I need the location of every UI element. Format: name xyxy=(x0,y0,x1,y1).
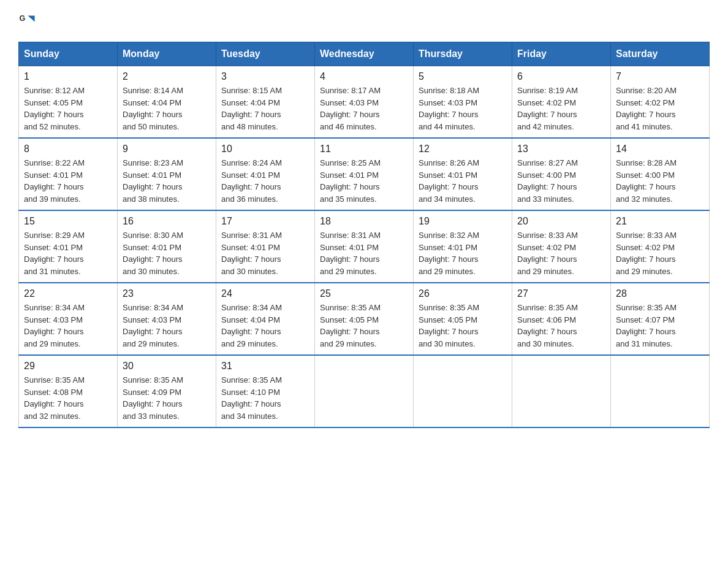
day-info: Sunrise: 8:33 AMSunset: 4:02 PMDaylight:… xyxy=(616,229,704,277)
day-info: Sunrise: 8:35 AMSunset: 4:05 PMDaylight:… xyxy=(320,302,408,350)
day-info: Sunrise: 8:26 AMSunset: 4:01 PMDaylight:… xyxy=(419,157,507,205)
day-number: 22 xyxy=(24,288,112,299)
calendar-cell: 11Sunrise: 8:25 AMSunset: 4:01 PMDayligh… xyxy=(315,138,414,210)
day-info: Sunrise: 8:25 AMSunset: 4:01 PMDaylight:… xyxy=(320,157,408,205)
calendar-cell: 4Sunrise: 8:17 AMSunset: 4:03 PMDaylight… xyxy=(315,66,414,139)
calendar-cell: 10Sunrise: 8:24 AMSunset: 4:01 PMDayligh… xyxy=(216,138,315,210)
day-info: Sunrise: 8:29 AMSunset: 4:01 PMDaylight:… xyxy=(24,229,112,277)
day-number: 19 xyxy=(419,216,507,227)
header-cell-monday: Monday xyxy=(118,42,216,66)
calendar-cell: 2Sunrise: 8:14 AMSunset: 4:04 PMDaylight… xyxy=(118,66,216,139)
calendar-cell: 26Sunrise: 8:35 AMSunset: 4:05 PMDayligh… xyxy=(414,283,512,355)
calendar-cell: 12Sunrise: 8:26 AMSunset: 4:01 PMDayligh… xyxy=(414,138,512,210)
day-number: 9 xyxy=(123,144,211,155)
calendar-cell: 19Sunrise: 8:32 AMSunset: 4:01 PMDayligh… xyxy=(414,210,512,283)
calendar-cell xyxy=(414,355,512,427)
calendar-cell: 22Sunrise: 8:34 AMSunset: 4:03 PMDayligh… xyxy=(19,283,118,355)
header-row: SundayMondayTuesdayWednesdayThursdayFrid… xyxy=(19,42,710,66)
calendar-cell: 31Sunrise: 8:35 AMSunset: 4:10 PMDayligh… xyxy=(216,355,315,427)
day-number: 20 xyxy=(517,216,605,227)
day-number: 4 xyxy=(320,71,408,82)
calendar-cell: 25Sunrise: 8:35 AMSunset: 4:05 PMDayligh… xyxy=(315,283,414,355)
day-info: Sunrise: 8:28 AMSunset: 4:00 PMDaylight:… xyxy=(616,157,704,205)
day-number: 25 xyxy=(320,288,408,299)
calendar-cell: 15Sunrise: 8:29 AMSunset: 4:01 PMDayligh… xyxy=(19,210,118,283)
day-number: 26 xyxy=(419,288,507,299)
day-number: 1 xyxy=(24,71,112,82)
calendar-cell xyxy=(315,355,414,427)
calendar-cell: 30Sunrise: 8:35 AMSunset: 4:09 PMDayligh… xyxy=(118,355,216,427)
day-number: 2 xyxy=(123,71,211,82)
calendar-week-1: 1Sunrise: 8:12 AMSunset: 4:05 PMDaylight… xyxy=(19,66,710,139)
calendar-cell: 3Sunrise: 8:15 AMSunset: 4:04 PMDaylight… xyxy=(216,66,315,139)
calendar-table: SundayMondayTuesdayWednesdayThursdayFrid… xyxy=(18,42,710,428)
logo: G xyxy=(18,12,38,29)
day-number: 13 xyxy=(517,144,605,155)
day-number: 3 xyxy=(221,71,309,82)
day-info: Sunrise: 8:18 AMSunset: 4:03 PMDaylight:… xyxy=(419,85,507,132)
day-info: Sunrise: 8:30 AMSunset: 4:01 PMDaylight:… xyxy=(123,229,211,277)
calendar-cell: 29Sunrise: 8:35 AMSunset: 4:08 PMDayligh… xyxy=(19,355,118,427)
day-number: 21 xyxy=(616,216,704,227)
day-info: Sunrise: 8:35 AMSunset: 4:06 PMDaylight:… xyxy=(517,302,605,350)
day-number: 12 xyxy=(419,144,507,155)
day-info: Sunrise: 8:31 AMSunset: 4:01 PMDaylight:… xyxy=(320,229,408,277)
header-cell-saturday: Saturday xyxy=(611,42,710,66)
calendar-header: SundayMondayTuesdayWednesdayThursdayFrid… xyxy=(19,42,710,66)
calendar-week-4: 22Sunrise: 8:34 AMSunset: 4:03 PMDayligh… xyxy=(19,283,710,355)
day-number: 27 xyxy=(517,288,605,299)
calendar-cell: 9Sunrise: 8:23 AMSunset: 4:01 PMDaylight… xyxy=(118,138,216,210)
header-cell-sunday: Sunday xyxy=(19,42,118,66)
calendar-cell: 27Sunrise: 8:35 AMSunset: 4:06 PMDayligh… xyxy=(512,283,611,355)
calendar-cell xyxy=(512,355,611,427)
day-number: 6 xyxy=(517,71,605,82)
logo-icon: G xyxy=(18,12,36,29)
day-number: 24 xyxy=(221,288,309,299)
day-info: Sunrise: 8:34 AMSunset: 4:04 PMDaylight:… xyxy=(221,302,309,350)
calendar-cell: 8Sunrise: 8:22 AMSunset: 4:01 PMDaylight… xyxy=(19,138,118,210)
day-number: 8 xyxy=(24,144,112,155)
calendar-cell: 23Sunrise: 8:34 AMSunset: 4:03 PMDayligh… xyxy=(118,283,216,355)
day-info: Sunrise: 8:34 AMSunset: 4:03 PMDaylight:… xyxy=(123,302,211,350)
day-info: Sunrise: 8:32 AMSunset: 4:01 PMDaylight:… xyxy=(419,229,507,277)
calendar-cell: 14Sunrise: 8:28 AMSunset: 4:00 PMDayligh… xyxy=(611,138,710,210)
day-number: 30 xyxy=(123,361,211,372)
day-info: Sunrise: 8:34 AMSunset: 4:03 PMDaylight:… xyxy=(24,302,112,350)
day-number: 28 xyxy=(616,288,704,299)
calendar-cell: 13Sunrise: 8:27 AMSunset: 4:00 PMDayligh… xyxy=(512,138,611,210)
day-info: Sunrise: 8:27 AMSunset: 4:00 PMDaylight:… xyxy=(517,157,605,205)
calendar-cell: 28Sunrise: 8:35 AMSunset: 4:07 PMDayligh… xyxy=(611,283,710,355)
header-cell-friday: Friday xyxy=(512,42,611,66)
day-info: Sunrise: 8:35 AMSunset: 4:10 PMDaylight:… xyxy=(221,374,309,422)
day-number: 14 xyxy=(616,144,704,155)
calendar-cell: 16Sunrise: 8:30 AMSunset: 4:01 PMDayligh… xyxy=(118,210,216,283)
calendar-body: 1Sunrise: 8:12 AMSunset: 4:05 PMDaylight… xyxy=(19,66,710,428)
day-number: 31 xyxy=(221,361,309,372)
day-info: Sunrise: 8:20 AMSunset: 4:02 PMDaylight:… xyxy=(616,85,704,132)
day-number: 7 xyxy=(616,71,704,82)
calendar-week-5: 29Sunrise: 8:35 AMSunset: 4:08 PMDayligh… xyxy=(19,355,710,427)
calendar-week-2: 8Sunrise: 8:22 AMSunset: 4:01 PMDaylight… xyxy=(19,138,710,210)
calendar-cell: 1Sunrise: 8:12 AMSunset: 4:05 PMDaylight… xyxy=(19,66,118,139)
calendar-cell: 7Sunrise: 8:20 AMSunset: 4:02 PMDaylight… xyxy=(611,66,710,139)
calendar-cell: 20Sunrise: 8:33 AMSunset: 4:02 PMDayligh… xyxy=(512,210,611,283)
day-info: Sunrise: 8:12 AMSunset: 4:05 PMDaylight:… xyxy=(24,85,112,132)
day-info: Sunrise: 8:19 AMSunset: 4:02 PMDaylight:… xyxy=(517,85,605,132)
svg-text:G: G xyxy=(19,14,25,23)
calendar-cell xyxy=(611,355,710,427)
day-number: 18 xyxy=(320,216,408,227)
day-info: Sunrise: 8:35 AMSunset: 4:05 PMDaylight:… xyxy=(419,302,507,350)
day-info: Sunrise: 8:22 AMSunset: 4:01 PMDaylight:… xyxy=(24,157,112,205)
calendar-week-3: 15Sunrise: 8:29 AMSunset: 4:01 PMDayligh… xyxy=(19,210,710,283)
day-info: Sunrise: 8:31 AMSunset: 4:01 PMDaylight:… xyxy=(221,229,309,277)
day-number: 29 xyxy=(24,361,112,372)
day-info: Sunrise: 8:15 AMSunset: 4:04 PMDaylight:… xyxy=(221,85,309,132)
day-number: 5 xyxy=(419,71,507,82)
day-number: 17 xyxy=(221,216,309,227)
day-number: 11 xyxy=(320,144,408,155)
header-cell-tuesday: Tuesday xyxy=(216,42,315,66)
day-info: Sunrise: 8:14 AMSunset: 4:04 PMDaylight:… xyxy=(123,85,211,132)
day-number: 10 xyxy=(221,144,309,155)
day-number: 23 xyxy=(123,288,211,299)
svg-marker-1 xyxy=(28,16,34,22)
